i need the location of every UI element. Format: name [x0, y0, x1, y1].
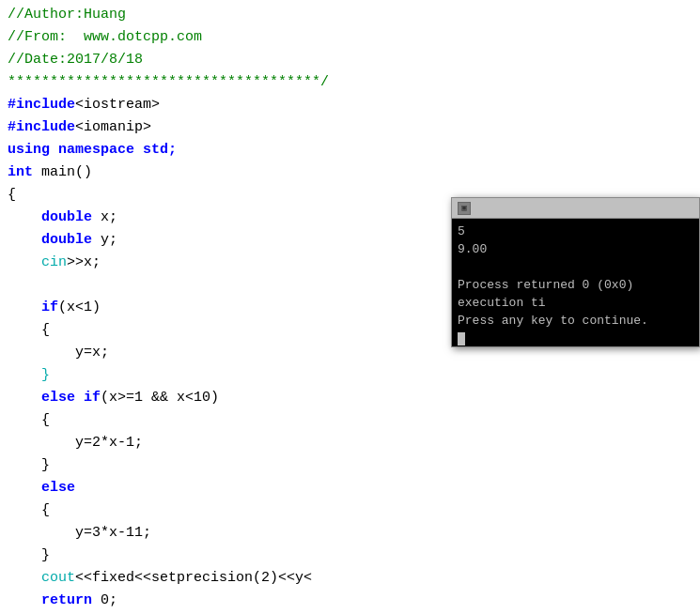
code-line: else if(x>=1 && x<10) [0, 387, 700, 409]
code-text: else if(x>=1 && x<10) [8, 387, 219, 409]
code-text: cout<<fixed<<setprecision(2)<<y< [8, 567, 312, 590]
code-text: //Date:2017/8/18 [8, 49, 143, 71]
code-text: double x; [8, 207, 117, 229]
console-output-line: Press any key to continue. [458, 312, 693, 330]
code-line: int main() [0, 161, 700, 184]
code-line: } [0, 545, 700, 567]
code-text: if(x<1) [8, 297, 101, 319]
code-line: else [0, 477, 700, 499]
code-text: using namespace std; [8, 139, 177, 161]
code-line: #include<iostream> [0, 94, 700, 116]
code-line: y=3*x-11; [0, 522, 700, 545]
code-line: using namespace std; [0, 139, 700, 161]
code-text: else [8, 477, 75, 499]
code-line: *************************************/ [0, 71, 700, 94]
code-text: } [8, 364, 50, 387]
code-line: { [0, 409, 700, 432]
console-body: 59.00 Process returned 0 (0x0) execution… [452, 219, 699, 351]
code-text: //From: www.dotcpp.com [8, 26, 202, 49]
console-output-line: 5 [458, 223, 693, 240]
code-text: { [8, 499, 50, 522]
code-text: } [8, 454, 50, 477]
console-cursor [458, 330, 693, 347]
code-text: #include<iomanip> [8, 116, 151, 139]
console-output-line: Process returned 0 (0x0) execution ti [458, 276, 693, 312]
code-line: cout<<fixed<<setprecision(2)<<y< [0, 567, 700, 590]
console-titlebar: ▣ [452, 198, 699, 219]
console-window[interactable]: ▣ 59.00 Process returned 0 (0x0) executi… [451, 197, 700, 347]
code-text: int main() [8, 161, 92, 184]
code-text: *************************************/ [8, 71, 329, 94]
console-icon: ▣ [458, 202, 471, 215]
code-line: //From: www.dotcpp.com [0, 26, 700, 49]
code-text: return 0; [8, 590, 117, 612]
code-line: y=2*x-1; [0, 432, 700, 454]
code-text: { [8, 319, 50, 342]
console-output-line [458, 258, 693, 276]
code-line: //Author:Huang [0, 4, 700, 26]
code-line: } [0, 364, 700, 387]
code-text: //Author:Huang [8, 4, 126, 26]
code-text: double y; [8, 229, 117, 252]
code-line: //Date:2017/8/18 [0, 49, 700, 71]
code-line: #include<iomanip> [0, 116, 700, 139]
code-text: } [8, 545, 50, 567]
code-text: { [8, 184, 16, 207]
code-text: #include<iostream> [8, 94, 160, 116]
code-text: y=2*x-1; [8, 432, 143, 454]
code-text: y=x; [8, 342, 109, 364]
console-output-line: 9.00 [458, 240, 693, 258]
code-text: y=3*x-11; [8, 522, 151, 545]
code-text: { [8, 409, 50, 432]
code-editor: //Author:Huang//From: www.dotcpp.com//Da… [0, 0, 700, 614]
code-line: { [0, 499, 700, 522]
code-text [8, 274, 16, 297]
code-text: cin>>x; [8, 252, 101, 274]
code-line: return 0; [0, 590, 700, 612]
code-line: } [0, 454, 700, 477]
